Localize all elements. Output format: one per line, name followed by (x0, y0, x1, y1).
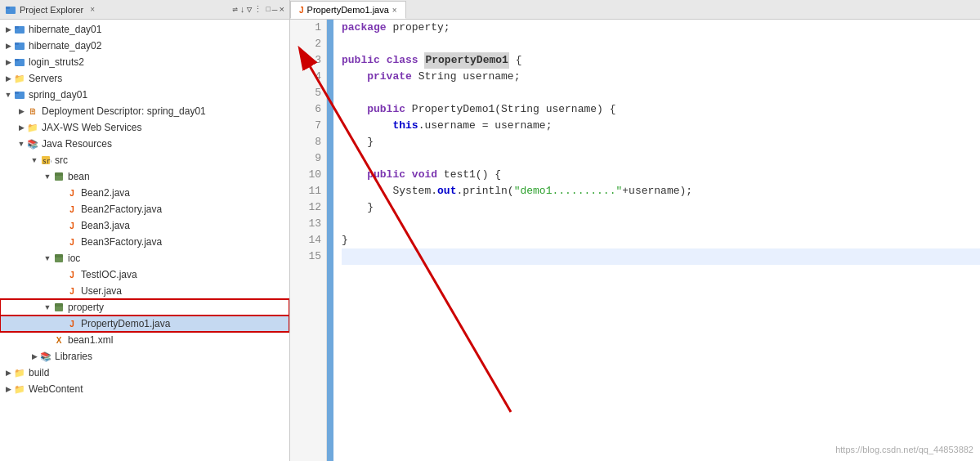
line-num-4: 4 (290, 69, 326, 85)
folder-icon: 📁 (13, 72, 26, 85)
code-line-12: } (342, 199, 980, 216)
tab-java-icon: J (299, 6, 304, 15)
tree-item-propertydemo1-java[interactable]: J PropertyDemo1.java (0, 316, 289, 332)
tree-arrow: ▶ (3, 385, 13, 393)
tree-item-bean2-java[interactable]: J Bean2.java (0, 185, 289, 201)
tree-item-property[interactable]: ▼ property (0, 299, 289, 316)
line-num-7: 7 (290, 118, 326, 134)
project-explorer-icon (5, 4, 16, 16)
close-panel-icon[interactable]: × (279, 5, 284, 15)
tab-label: PropertyDemo1.java (307, 5, 389, 15)
tree-item-label: property (68, 302, 104, 313)
tree-item-hibernate-day01[interactable]: ▶ hibernate_day01 (0, 21, 289, 38)
sync-icon[interactable]: ⇌ (233, 4, 239, 15)
collapse-icon[interactable]: ↓ (239, 5, 245, 15)
tree-item-deployment-descriptor[interactable]: ▶ 🗎 Deployment Descriptor: spring_day01 (0, 103, 289, 119)
menu-icon[interactable]: ⋮ (253, 4, 262, 15)
tree-item-ioc[interactable]: ▼ ioc (0, 250, 289, 266)
tree-item-build[interactable]: ▶ 📁 build (0, 365, 289, 381)
code-line-8: } (342, 134, 980, 150)
tree-item-jaxws[interactable]: ▶ 📁 JAX-WS Web Services (0, 119, 289, 136)
svg-text:src: src (43, 158, 51, 165)
package-icon (52, 170, 65, 183)
code-line-5 (342, 85, 980, 101)
project-tree: ▶ hibernate_day01 ▶ hibernate_day02 ▶ (0, 20, 289, 461)
src-icon: src (39, 154, 52, 167)
tree-item-label: src (55, 154, 68, 166)
tree-arrow: ▶ (3, 25, 13, 34)
java-file-icon: J (65, 186, 78, 199)
tree-arrow: ▼ (43, 254, 52, 262)
editor-area: 1 2 3 4 5 6 7 8 9 10 11 12 13 14 15 (290, 20, 980, 461)
tree-item-label: hibernate_day01 (29, 24, 101, 35)
minimize-panel-icon[interactable]: — (272, 5, 278, 15)
editor-tab-propertydemo1[interactable]: J PropertyDemo1.java × (290, 1, 406, 19)
tree-item-label: User.java (81, 285, 122, 297)
tree-item-label: login_struts2 (29, 56, 84, 68)
tree-arrow: ▼ (29, 156, 39, 164)
tree-item-bean1-xml[interactable]: X bean1.xml (0, 332, 289, 348)
line-num-6: 6 (290, 101, 326, 118)
project-icon (13, 56, 26, 69)
line-num-3: 3 (290, 52, 326, 69)
code-line-15 (342, 248, 980, 265)
tree-item-label: ioc (68, 253, 80, 264)
tree-arrow: ▼ (3, 91, 13, 99)
code-line-7: this.username = username; (342, 118, 980, 134)
line-num-10: 10 (290, 167, 326, 183)
project-explorer-panel: Project Explorer × ⇌ ↓ ▽ ⋮ □ — × ▶ (0, 0, 290, 461)
tree-item-webcontent[interactable]: ▶ 📁 WebContent (0, 381, 289, 397)
tree-item-libraries[interactable]: ▶ 📚 Libraries (0, 348, 289, 365)
tree-arrow: ▶ (3, 58, 13, 66)
tree-item-user-java[interactable]: J User.java (0, 283, 289, 299)
tree-item-bean[interactable]: ▼ bean (0, 168, 289, 185)
line-num-1: 1 (290, 20, 326, 36)
tree-arrow: ▼ (16, 140, 26, 148)
tree-item-bean2factory-java[interactable]: J Bean2Factory.java (0, 201, 289, 217)
tree-item-java-resources[interactable]: ▼ 📚 Java Resources (0, 136, 289, 152)
java-file-icon: J (65, 203, 78, 216)
code-editor[interactable]: package property; public class PropertyD… (333, 20, 980, 461)
tree-item-bean3-java[interactable]: J Bean3.java (0, 217, 289, 234)
tree-item-label: build (29, 367, 49, 378)
panel-close-icon[interactable]: × (90, 5, 95, 14)
tree-item-label: WebContent (29, 383, 83, 395)
tree-item-hibernate-day02[interactable]: ▶ hibernate_day02 (0, 38, 289, 54)
tree-item-bean3factory-java[interactable]: J Bean3Factory.java (0, 234, 289, 250)
tab-close-icon[interactable]: × (392, 6, 397, 15)
svg-rect-7 (15, 59, 19, 61)
tree-arrow: ▼ (43, 172, 52, 181)
tree-item-label: spring_day01 (29, 89, 87, 101)
tree-arrow: ▶ (3, 42, 13, 50)
maximize-panel-icon[interactable]: □ (266, 6, 270, 14)
class-name-highlight: PropertyDemo1 (424, 52, 508, 69)
package-icon (52, 301, 65, 314)
tree-arrow: ▶ (16, 123, 26, 132)
tree-item-testioc-java[interactable]: J TestIOC.java (0, 266, 289, 283)
tree-item-servers[interactable]: ▶ 📁 Servers (0, 70, 289, 87)
tree-item-label: PropertyDemo1.java (81, 318, 170, 329)
filter-icon[interactable]: ▽ (247, 4, 253, 15)
java-resources-icon: 📚 (26, 137, 39, 150)
tree-item-spring-day01[interactable]: ▼ spring_day01 (0, 87, 289, 103)
tree-arrow: ▶ (16, 107, 26, 115)
package-icon (52, 252, 65, 265)
line-num-15: 15 (290, 248, 326, 265)
java-file-icon: J (65, 219, 78, 232)
code-line-13 (342, 216, 980, 232)
panel-header-title: Project Explorer × (5, 4, 95, 16)
tree-arrow: ▶ (3, 74, 13, 83)
tree-item-login-struts2[interactable]: ▶ login_struts2 (0, 54, 289, 70)
tree-item-label: bean (68, 171, 90, 182)
tree-item-label: Bean2Factory.java (81, 204, 162, 215)
svg-rect-9 (15, 92, 19, 94)
tree-item-label: Bean3.java (81, 220, 130, 231)
panel-header: Project Explorer × ⇌ ↓ ▽ ⋮ □ — × (0, 0, 289, 20)
svg-rect-15 (55, 254, 63, 257)
tree-item-src[interactable]: ▼ src src (0, 152, 289, 168)
code-line-10: public void test1() { (342, 167, 980, 183)
line-num-14: 14 (290, 232, 326, 248)
java-file-icon: J (65, 235, 78, 248)
xml-file-icon: X (52, 333, 65, 347)
java-file-icon: J (65, 284, 78, 298)
